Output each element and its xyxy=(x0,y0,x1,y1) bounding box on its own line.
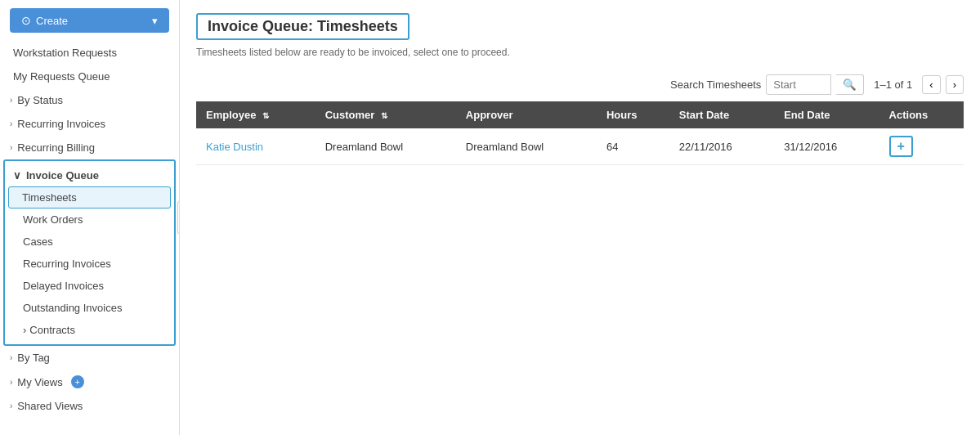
chevron-down-icon: ∨ xyxy=(13,169,21,182)
sidebar-item-timesheets[interactable]: Timesheets xyxy=(8,186,171,209)
pagination-info: 1–1 of 1 xyxy=(874,78,912,91)
sidebar-child-label: Delayed Invoices xyxy=(23,280,104,292)
table-container: Employee ⇅ Customer ⇅ Approver Hours Sta xyxy=(180,101,980,165)
sidebar-item-my-requests-queue[interactable]: My Requests Queue xyxy=(0,65,179,88)
create-label: Create xyxy=(36,15,68,27)
sidebar-item-label: Invoice Queue xyxy=(26,169,99,182)
pagination-prev-button[interactable]: ‹ xyxy=(922,75,940,94)
chevron-right-icon: › xyxy=(10,143,12,152)
cell-customer: Dreamland Bowl xyxy=(315,128,456,165)
create-icon: ⊙ xyxy=(21,14,31,27)
sidebar-child-label: Work Orders xyxy=(23,213,83,226)
col-start-date: Start Date xyxy=(669,101,774,128)
pagination-next-button[interactable]: › xyxy=(946,75,964,94)
table-row: Katie Dustin Dreamland Bowl Dreamland Bo… xyxy=(196,128,964,165)
sidebar-item-label: By Status xyxy=(17,94,63,106)
sort-icon: ⇅ xyxy=(381,111,387,120)
sidebar-item-label: My Requests Queue xyxy=(13,70,110,83)
col-employee[interactable]: Employee ⇅ xyxy=(196,101,315,128)
table-header-row: Employee ⇅ Customer ⇅ Approver Hours Sta xyxy=(196,101,964,128)
timesheets-table: Employee ⇅ Customer ⇅ Approver Hours Sta xyxy=(196,101,964,165)
cell-employee: Katie Dustin xyxy=(196,128,315,165)
cell-hours: 64 xyxy=(597,128,669,165)
sidebar-item-workstation-requests[interactable]: Workstation Requests xyxy=(0,41,179,65)
cell-actions: + xyxy=(879,128,964,165)
chevron-right-icon: › xyxy=(10,378,12,387)
page-title: Invoice Queue: Timesheets xyxy=(196,13,409,40)
sidebar-item-work-orders[interactable]: Work Orders xyxy=(5,209,174,231)
sidebar-item-recurring-invoices-child[interactable]: Recurring Invoices xyxy=(5,253,174,275)
sidebar-collapse-handle[interactable]: ‹ xyxy=(177,201,180,234)
sidebar-item-label: Recurring Invoices xyxy=(17,118,105,130)
sidebar-item-recurring-billing[interactable]: › Recurring Billing xyxy=(0,136,179,159)
sidebar-item-invoice-queue[interactable]: ∨ Invoice Queue xyxy=(5,164,174,186)
sort-icon: ⇅ xyxy=(262,111,269,120)
chevron-right-icon: › xyxy=(10,353,12,362)
search-bar: Search Timesheets 🔍 1–1 of 1 ‹ › xyxy=(180,74,980,101)
search-label: Search Timesheets xyxy=(670,78,761,91)
search-icon: 🔍 xyxy=(843,78,857,91)
employee-link[interactable]: Katie Dustin xyxy=(206,141,263,153)
chevron-right-icon: › xyxy=(10,119,12,128)
invoice-queue-section: ∨ Invoice Queue Timesheets Work Orders C… xyxy=(3,159,176,346)
sidebar-child-label: Outstanding Invoices xyxy=(23,302,122,314)
sidebar-item-outstanding-invoices[interactable]: Outstanding Invoices xyxy=(5,297,174,319)
sidebar-item-by-tag[interactable]: › By Tag xyxy=(0,346,179,370)
sidebar-item-label: Workstation Requests xyxy=(13,47,117,59)
main-content: Invoice Queue: Timesheets Timesheets lis… xyxy=(180,0,980,435)
chevron-right-icon: › xyxy=(10,96,12,105)
sidebar-item-label: By Tag xyxy=(17,352,50,364)
sidebar-item-label: My Views xyxy=(17,376,62,388)
cell-end-date: 31/12/2016 xyxy=(774,128,879,165)
sidebar-item-my-views[interactable]: › My Views + xyxy=(0,370,179,394)
page-header: Invoice Queue: Timesheets Timesheets lis… xyxy=(180,0,980,74)
col-approver: Approver xyxy=(456,101,597,128)
sidebar-child-label: Contracts xyxy=(29,324,75,336)
sidebar-child-label: Timesheets xyxy=(22,191,77,204)
chevron-right-icon: › xyxy=(10,401,12,410)
sidebar-item-cases[interactable]: Cases xyxy=(5,231,174,253)
page-subtitle: Timesheets listed below are ready to be … xyxy=(196,47,964,58)
sidebar-item-by-status[interactable]: › By Status xyxy=(0,88,179,112)
search-button[interactable]: 🔍 xyxy=(836,74,864,95)
cell-start-date: 22/11/2016 xyxy=(669,128,774,165)
col-customer[interactable]: Customer ⇅ xyxy=(315,101,456,128)
sidebar-child-label: Recurring Invoices xyxy=(23,258,111,270)
search-input[interactable] xyxy=(766,74,831,95)
sidebar-item-delayed-invoices[interactable]: Delayed Invoices xyxy=(5,275,174,297)
create-chevron-icon: ▾ xyxy=(152,15,158,27)
sidebar-item-contracts[interactable]: › Contracts xyxy=(5,319,174,341)
chevron-right-icon: › xyxy=(23,324,26,336)
sidebar: ⊙ Create ▾ Workstation Requests My Reque… xyxy=(0,0,180,435)
sidebar-child-label: Cases xyxy=(23,235,53,248)
add-view-icon[interactable]: + xyxy=(71,375,84,388)
cell-approver: Dreamland Bowl xyxy=(456,128,597,165)
col-actions: Actions xyxy=(879,101,964,128)
sidebar-item-label: Shared Views xyxy=(17,400,83,412)
add-action-button[interactable]: + xyxy=(889,136,913,157)
sidebar-item-shared-views[interactable]: › Shared Views xyxy=(0,394,179,418)
sidebar-item-recurring-invoices[interactable]: › Recurring Invoices xyxy=(0,112,179,136)
create-button[interactable]: ⊙ Create ▾ xyxy=(10,8,169,33)
col-hours: Hours xyxy=(597,101,669,128)
col-end-date: End Date xyxy=(774,101,879,128)
sidebar-item-label: Recurring Billing xyxy=(17,141,95,154)
